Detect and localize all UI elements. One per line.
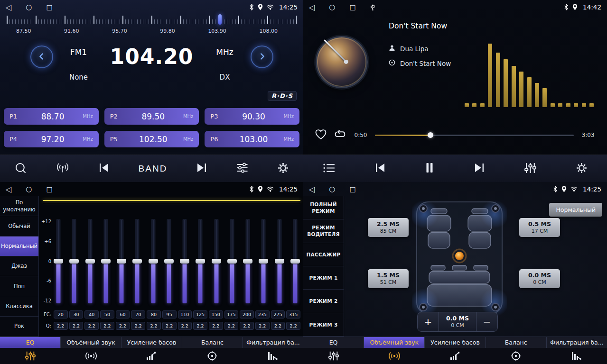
eq-slider-handle[interactable] <box>132 259 142 264</box>
surround-tab-icon[interactable] <box>61 348 121 364</box>
eq-band-slider[interactable] <box>69 219 79 303</box>
eq-slider-handle[interactable] <box>54 259 63 264</box>
home-button[interactable]: ○ <box>26 3 32 11</box>
tab-balance[interactable]: Баланс <box>486 337 547 348</box>
eq-slider-handle[interactable] <box>243 259 252 264</box>
preset-button-p5[interactable]: P5 102.50 MHz <box>104 131 199 147</box>
eq-slider-handle[interactable] <box>290 259 300 264</box>
favorite-button[interactable] <box>315 129 327 141</box>
bass-boost-tab-icon[interactable] <box>121 348 182 364</box>
eq-slider-handle[interactable] <box>180 259 189 264</box>
tune-down-button[interactable] <box>30 46 53 68</box>
progress-slider[interactable] <box>375 132 574 138</box>
eq-slider-handle[interactable] <box>101 259 111 264</box>
eq-preset-default[interactable]: По умолчанию <box>0 196 38 216</box>
playlist-button[interactable] <box>323 163 336 175</box>
stations-button[interactable] <box>56 162 70 175</box>
band-button[interactable]: BAND <box>139 164 168 174</box>
eq-slider-handle[interactable] <box>149 259 158 264</box>
tune-up-button[interactable] <box>251 46 273 68</box>
previous-track-button[interactable] <box>374 163 386 174</box>
eq-band-slider[interactable] <box>274 219 285 303</box>
preset-button-p2[interactable]: P2 89.50 MHz <box>104 108 199 125</box>
pause-button[interactable] <box>425 162 434 175</box>
tab-filter[interactable]: Фильтрация ба... <box>547 337 607 348</box>
back-button[interactable]: ◁ <box>309 185 315 194</box>
eq-band-slider[interactable] <box>211 219 222 303</box>
eq-band-slider[interactable] <box>148 219 159 303</box>
recents-button[interactable]: □ <box>46 185 52 193</box>
eq-slider-handle[interactable] <box>227 259 237 264</box>
tab-filter[interactable]: Фильтрация ба... <box>243 337 303 348</box>
eq-slider-handle[interactable] <box>85 259 95 264</box>
scan-button[interactable] <box>14 162 27 176</box>
eq-band-slider[interactable] <box>258 219 269 303</box>
equalizer-button[interactable] <box>524 162 537 175</box>
preset-button-p6[interactable]: P6 103.00 MHz <box>205 131 299 147</box>
mode-driver[interactable]: РЕЖИМ ВОДИТЕЛЯ <box>303 219 344 243</box>
mode-2[interactable]: РЕЖИМ 2 <box>303 290 344 313</box>
next-station-button[interactable] <box>196 163 207 174</box>
repeat-button[interactable] <box>334 129 346 141</box>
balance-tab-icon[interactable] <box>486 348 546 364</box>
profile-button[interactable]: Нормальный <box>549 203 602 217</box>
preset-button-p3[interactable]: P3 90.30 MHz <box>205 108 299 125</box>
tab-bass-boost[interactable]: Усиление басов <box>425 337 486 348</box>
tab-surround-sound[interactable]: Объёмный звук <box>364 337 425 348</box>
eq-band-slider[interactable] <box>195 219 205 303</box>
eq-preset-pop[interactable]: Поп <box>0 276 38 296</box>
filter-tab-icon[interactable] <box>546 348 607 364</box>
eq-band-slider[interactable] <box>164 219 174 303</box>
eq-slider-handle[interactable] <box>259 259 268 264</box>
recents-button[interactable]: □ <box>349 3 355 11</box>
surround-tab-icon[interactable] <box>364 348 425 364</box>
back-button[interactable]: ◁ <box>6 3 11 12</box>
tab-eq[interactable]: EQ <box>303 337 364 348</box>
preset-button-p1[interactable]: P1 88.70 MHz <box>4 108 99 125</box>
eq-band-slider[interactable] <box>101 219 111 303</box>
decrease-delay-button[interactable]: − <box>476 312 497 331</box>
eq-band-slider[interactable] <box>227 219 237 303</box>
settings-button[interactable] <box>576 162 588 175</box>
eq-preset-classic[interactable]: Классика <box>0 296 38 316</box>
tab-bass-boost[interactable]: Усиление басов <box>121 337 182 348</box>
tab-surround-sound[interactable]: Объёмный звук <box>61 337 121 348</box>
home-button[interactable]: ○ <box>329 185 335 193</box>
eq-slider-handle[interactable] <box>117 259 126 264</box>
filter-tab-icon[interactable] <box>243 348 303 364</box>
previous-station-button[interactable] <box>98 163 110 174</box>
eq-preset-rock[interactable]: Рок <box>0 317 38 337</box>
bass-boost-tab-icon[interactable] <box>425 348 486 364</box>
mode-3[interactable]: РЕЖИМ 3 <box>303 313 344 337</box>
recents-button[interactable]: □ <box>46 3 52 11</box>
tuning-indicator[interactable] <box>218 14 222 25</box>
mode-full[interactable]: ПОЛНЫЙ РЕЖИМ <box>303 196 344 219</box>
eq-band-slider[interactable] <box>243 219 253 303</box>
home-button[interactable]: ○ <box>329 3 335 11</box>
eq-slider-handle[interactable] <box>212 259 221 264</box>
preset-button-p4[interactable]: P4 97.20 MHz <box>4 131 99 147</box>
eq-band-slider[interactable] <box>132 219 142 303</box>
back-button[interactable]: ◁ <box>309 3 315 12</box>
eq-preset-normal[interactable]: Нормальный <box>0 237 38 256</box>
eq-preset-jazz[interactable]: Джаз <box>0 256 38 276</box>
tab-eq[interactable]: EQ <box>0 337 61 348</box>
eq-band-slider[interactable] <box>53 219 64 303</box>
settings-button[interactable] <box>277 162 289 175</box>
home-button[interactable]: ○ <box>26 185 32 193</box>
progress-thumb[interactable] <box>428 132 433 138</box>
balance-tab-icon[interactable] <box>182 348 243 364</box>
mode-passenger[interactable]: ПАССАЖИР <box>303 243 344 266</box>
next-track-button[interactable] <box>474 163 485 174</box>
eq-preset-custom[interactable]: Обычай <box>0 216 38 236</box>
eq-tab-icon[interactable] <box>0 348 61 364</box>
eq-band-slider[interactable] <box>179 219 190 303</box>
recents-button[interactable]: □ <box>349 185 355 193</box>
eq-slider-handle[interactable] <box>69 259 79 264</box>
eq-slider-handle[interactable] <box>275 259 284 264</box>
eq-slider-handle[interactable] <box>164 259 174 264</box>
eq-band-slider[interactable] <box>85 219 95 303</box>
tab-balance[interactable]: Баланс <box>182 337 243 348</box>
audio-settings-button[interactable] <box>236 162 249 175</box>
eq-slider-handle[interactable] <box>196 259 205 264</box>
